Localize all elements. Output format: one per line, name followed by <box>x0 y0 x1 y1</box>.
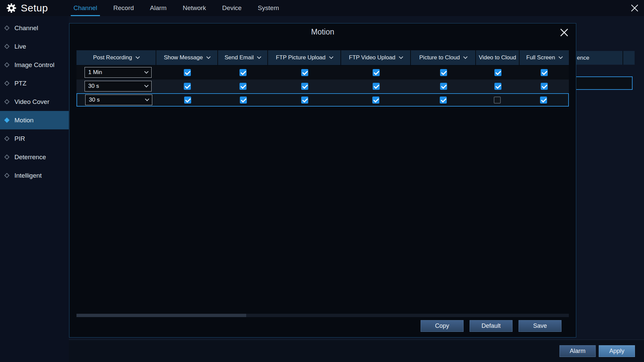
diamond-icon <box>4 155 10 160</box>
tab-network[interactable]: Network <box>175 0 214 16</box>
column-header-label: Post Recording <box>93 54 132 61</box>
post-recording-select[interactable]: 1 Min <box>85 67 152 78</box>
horizontal-scrollbar[interactable] <box>76 314 569 317</box>
picture-to-cloud-checkbox[interactable] <box>440 97 447 104</box>
post-recording-select[interactable]: 30 s <box>85 95 152 105</box>
bottom-buttons: AlarmApply <box>559 345 635 357</box>
sidebar-item-deterrence[interactable]: Deterrence <box>0 148 69 166</box>
ftp-picture-upload-checkbox[interactable] <box>301 97 308 104</box>
modal-buttons: CopyDefaultSave <box>421 320 561 332</box>
checkbox-cell <box>519 94 568 106</box>
screen: Setup ChannelRecordAlarmNetworkDeviceSys… <box>0 0 644 362</box>
window-close-icon[interactable] <box>631 4 639 12</box>
background-highlighted-row-fragment <box>576 76 633 90</box>
checkbox-cell <box>268 94 341 106</box>
sidebar-item-label: Intelligent <box>14 172 42 179</box>
bottom-strip <box>69 340 644 362</box>
sidebar-item-label: Image Control <box>14 61 54 69</box>
checkbox-cell <box>520 66 569 79</box>
dialog-title: Motion <box>69 27 576 37</box>
scrollbar-thumb[interactable] <box>76 314 246 317</box>
default-button[interactable]: Default <box>470 320 513 332</box>
video-to-cloud-checkbox[interactable] <box>494 83 501 90</box>
column-header-ftp-video-upload[interactable]: FTP Video Upload <box>341 50 411 65</box>
full-screen-checkbox[interactable] <box>541 83 548 90</box>
column-header-label: Picture to Cloud <box>419 54 460 61</box>
column-header-full-screen[interactable]: Full Screen <box>520 50 569 65</box>
picture-to-cloud-checkbox[interactable] <box>440 69 447 76</box>
alarm-button[interactable]: Alarm <box>559 345 596 357</box>
picture-to-cloud-checkbox[interactable] <box>440 83 447 90</box>
chevron-down-icon <box>329 55 333 59</box>
full-screen-checkbox[interactable] <box>541 69 548 76</box>
column-header-label: Show Message <box>164 54 203 61</box>
full-screen-checkbox[interactable] <box>540 97 547 104</box>
copy-button[interactable]: Copy <box>421 320 464 332</box>
diamond-icon <box>4 62 10 68</box>
sidebar-item-label: PTZ <box>14 80 26 87</box>
send-email-checkbox[interactable] <box>240 97 247 104</box>
chevron-down-icon <box>144 69 149 74</box>
send-email-checkbox[interactable] <box>239 69 247 76</box>
ftp-picture-upload-checkbox[interactable] <box>301 69 308 76</box>
ftp-picture-upload-checkbox[interactable] <box>301 83 308 90</box>
ftp-video-upload-checkbox[interactable] <box>373 83 380 90</box>
post-recording-value: 1 Min <box>88 69 102 76</box>
tab-alarm[interactable]: Alarm <box>142 0 175 16</box>
show-message-checkbox[interactable] <box>184 83 191 90</box>
sidebar-item-video-cover[interactable]: Video Cover <box>0 93 69 111</box>
sidebar-item-image-control[interactable]: Image Control <box>0 56 69 74</box>
save-button[interactable]: Save <box>519 320 561 332</box>
column-header-send-email[interactable]: Send Email <box>218 50 268 65</box>
checkbox-cell <box>218 94 268 106</box>
sidebar-item-motion[interactable]: Motion <box>0 111 69 129</box>
send-email-checkbox[interactable] <box>239 83 247 90</box>
checkbox-cell <box>476 79 520 93</box>
checkbox-cell <box>218 79 268 93</box>
sidebar-item-live[interactable]: Live <box>0 37 69 56</box>
gear-icon <box>6 3 17 13</box>
post-recording-cell: 1 Min <box>76 66 156 79</box>
table-row[interactable]: 30 s <box>76 79 569 93</box>
column-header-ftp-picture-upload[interactable]: FTP Picture Upload <box>268 50 341 65</box>
tab-device[interactable]: Device <box>214 0 250 16</box>
post-recording-value: 30 s <box>88 83 99 89</box>
column-header-label: FTP Video Upload <box>349 54 395 61</box>
video-to-cloud-checkbox[interactable] <box>494 69 501 76</box>
chevron-down-icon <box>558 55 563 59</box>
sidebar-item-intelligent[interactable]: Intelligent <box>0 166 69 185</box>
column-header-label: FTP Picture Upload <box>276 54 325 61</box>
apply-button[interactable]: Apply <box>599 345 635 357</box>
chevron-down-icon <box>463 55 468 59</box>
tab-system[interactable]: System <box>250 0 287 16</box>
background-partial-column-header: ence <box>576 51 635 65</box>
motion-settings-table: Post RecordingShow MessageSend EmailFTP … <box>76 50 569 107</box>
tab-record[interactable]: Record <box>105 0 142 16</box>
column-header-picture-to-cloud[interactable]: Picture to Cloud <box>411 50 476 65</box>
table-row[interactable]: 1 Min <box>76 66 569 79</box>
table-body: 1 Min30 s30 s <box>76 66 569 107</box>
checkbox-cell <box>156 79 218 93</box>
column-divider <box>623 51 623 65</box>
table-row[interactable]: 30 s <box>76 93 569 107</box>
column-header-show-message[interactable]: Show Message <box>156 50 218 65</box>
checkbox-cell <box>341 66 411 79</box>
post-recording-select[interactable]: 30 s <box>85 81 152 92</box>
show-message-checkbox[interactable] <box>184 97 191 104</box>
sidebar-item-ptz[interactable]: PTZ <box>0 74 69 93</box>
column-header-video-to-cloud[interactable]: Video to Cloud <box>476 50 520 65</box>
sidebar-item-pir[interactable]: PIR <box>0 129 69 148</box>
video-to-cloud-checkbox[interactable] <box>494 97 501 104</box>
post-recording-cell: 30 s <box>76 79 156 93</box>
chevron-down-icon <box>144 83 149 87</box>
sidebar-item-channel[interactable]: Channel <box>0 19 69 37</box>
column-header-label: Video to Cloud <box>479 54 516 61</box>
dialog-close-icon[interactable] <box>560 28 569 37</box>
ftp-video-upload-checkbox[interactable] <box>373 69 380 76</box>
post-recording-cell: 30 s <box>77 94 157 106</box>
ftp-video-upload-checkbox[interactable] <box>372 97 379 104</box>
show-message-checkbox[interactable] <box>184 69 191 76</box>
chevron-down-icon <box>399 55 403 59</box>
column-header-post-recording[interactable]: Post Recording <box>76 50 156 65</box>
tab-channel[interactable]: Channel <box>65 0 105 16</box>
